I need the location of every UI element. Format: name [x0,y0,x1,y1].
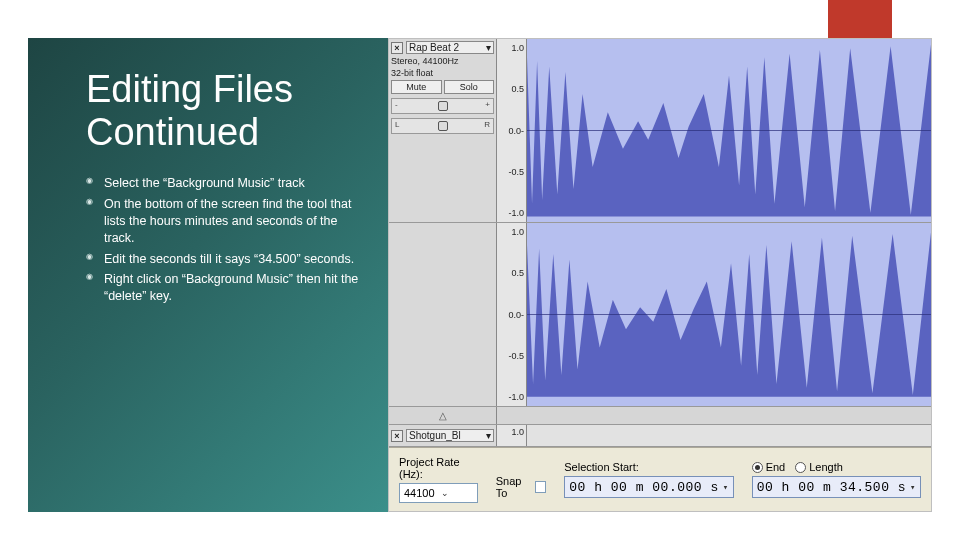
track-format-bit: 32-bit float [391,68,494,78]
chevron-down-icon: ⌄ [441,488,449,498]
track-name: Shotgun_Bl [409,430,461,441]
track-row-1b: 1.0 0.5 0.0- -0.5 -1.0 [389,223,931,407]
bullet-item: On the bottom of the screen find the too… [86,196,360,247]
end-radio-label: End [766,461,786,473]
end-radio[interactable]: End [752,461,786,473]
gain-minus-label: - [395,100,398,109]
waveform-channel-right[interactable] [527,223,931,406]
length-radio[interactable]: Length [795,461,843,473]
amplitude-ruler: 1.0 [497,425,527,446]
slide-title: Editing Files Continued [86,68,360,153]
project-rate-select[interactable]: 44100 ⌄ [399,483,478,503]
project-rate-label: Project Rate (Hz): [399,456,478,480]
waveform-stub[interactable] [527,425,931,446]
selection-start-field[interactable]: 00 h 00 m 00.000 s ▾ [564,476,733,498]
chevron-down-icon: ▾ [486,430,491,441]
mute-button[interactable]: Mute [391,80,442,94]
close-track-button[interactable]: × [391,430,403,442]
track-panel: × Rap Beat 2 ▾ Stereo, 44100Hz 32-bit fl… [389,39,497,222]
audacity-screenshot: × Rap Beat 2 ▾ Stereo, 44100Hz 32-bit fl… [388,38,932,512]
track-panel-2: × Shotgun_Bl ▾ [389,425,497,446]
snap-to-label: Snap To [496,475,532,499]
selection-end-group: End Length 00 h 00 m 34.500 s ▾ [752,461,921,498]
solo-button[interactable]: Solo [444,80,495,94]
slide-container: Editing Files Continued Select the “Back… [28,38,932,512]
bullet-item: Select the “Background Music” track [86,175,360,192]
selection-end-value: 00 h 00 m 34.500 s [757,480,906,495]
track-format-hz: Stereo, 44100Hz [391,56,494,66]
selection-start-group: Selection Start: 00 h 00 m 00.000 s ▾ [564,461,733,498]
amplitude-ruler: 1.0 0.5 0.0- -0.5 -1.0 [497,39,527,222]
spacer-label [496,460,547,472]
track-row-2: × Shotgun_Bl ▾ 1.0 [389,425,931,447]
slider-thumb[interactable] [438,101,448,111]
selection-start-label: Selection Start: [564,461,733,473]
amplitude-ruler: 1.0 0.5 0.0- -0.5 -1.0 [497,223,527,406]
track-name: Rap Beat 2 [409,42,459,53]
pan-slider[interactable]: L R [391,118,494,134]
selection-start-value: 00 h 00 m 00.000 s [569,480,718,495]
track-row-1: × Rap Beat 2 ▾ Stereo, 44100Hz 32-bit fl… [389,39,931,223]
gain-slider[interactable]: - + [391,98,494,114]
close-track-button[interactable]: × [391,42,403,54]
project-rate-group: Project Rate (Hz): 44100 ⌄ [399,456,478,503]
bullet-item: Right click on “Background Music” then h… [86,271,360,305]
radio-dot-icon [795,462,806,473]
chevron-down-icon: ▾ [910,482,916,493]
track-panel-spacer [389,223,497,406]
length-radio-label: Length [809,461,843,473]
waveform-channel-left[interactable] [527,39,931,222]
pan-left-label: L [395,120,399,129]
selection-end-field[interactable]: 00 h 00 m 34.500 s ▾ [752,476,921,498]
collapse-track-button[interactable]: △ [389,407,497,424]
bullet-item: Edit the seconds till it says “34.500” s… [86,251,360,268]
snap-to-checkbox[interactable] [535,481,546,493]
project-rate-value: 44100 [404,487,435,499]
slider-thumb[interactable] [438,121,448,131]
gain-plus-label: + [485,100,490,109]
chevron-down-icon: ▾ [723,482,729,493]
slide-bullets: Select the “Background Music” track On t… [86,175,360,305]
selection-toolbar: Project Rate (Hz): 44100 ⌄ Snap To Selec… [389,447,931,511]
track-name-dropdown[interactable]: Shotgun_Bl ▾ [406,429,494,442]
track-collapse-row: △ [389,407,931,425]
slide-text-panel: Editing Files Continued Select the “Back… [28,38,388,512]
snap-to-group: Snap To [496,460,547,499]
radio-dot-icon [752,462,763,473]
pan-right-label: R [484,120,490,129]
track-name-dropdown[interactable]: Rap Beat 2 ▾ [406,41,494,54]
chevron-down-icon: ▾ [486,42,491,53]
